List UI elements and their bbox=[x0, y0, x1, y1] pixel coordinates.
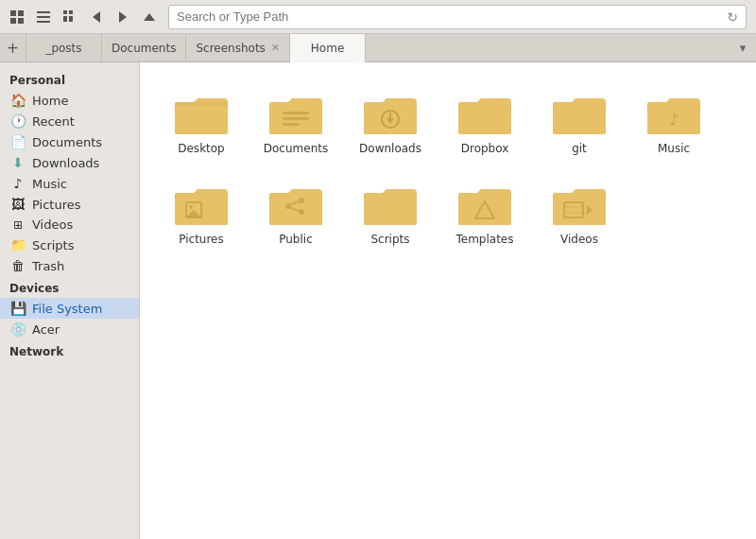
grid-view-button[interactable] bbox=[6, 6, 28, 28]
sidebar-item-documents[interactable]: 📄 Documents bbox=[0, 131, 139, 152]
videos-icon: ⊞ bbox=[9, 218, 26, 232]
pictures-icon: 🖼 bbox=[9, 197, 26, 212]
tab-posts[interactable]: _posts bbox=[26, 34, 102, 61]
up-button[interactable] bbox=[138, 6, 161, 28]
folder-public[interactable]: Public bbox=[253, 172, 338, 253]
svg-rect-31 bbox=[458, 106, 511, 134]
sidebar-item-downloads[interactable]: ⬇ Downloads bbox=[0, 152, 139, 173]
svg-rect-55 bbox=[553, 197, 606, 225]
sidebar-item-trash[interactable]: 🗑 Trash bbox=[0, 255, 139, 276]
back-button[interactable] bbox=[85, 6, 108, 28]
svg-rect-5 bbox=[37, 16, 50, 18]
home-icon: 🏠 bbox=[9, 93, 26, 108]
main-area: Personal 🏠 Home 🕐 Recent 📄 Documents ⬇ D… bbox=[0, 62, 756, 539]
folder-git-label: git bbox=[572, 142, 587, 155]
filesystem-icon: 💾 bbox=[9, 301, 26, 316]
sidebar-item-home[interactable]: 🏠 Home bbox=[0, 90, 139, 111]
sidebar-item-scripts[interactable]: 📁 Scripts bbox=[0, 235, 139, 255]
tab-home[interactable]: Home bbox=[290, 34, 366, 62]
folder-videos[interactable]: Videos bbox=[537, 172, 622, 253]
tab-history-button[interactable]: ▾ bbox=[730, 34, 756, 61]
music-icon: ♪ bbox=[9, 176, 26, 191]
svg-rect-8 bbox=[69, 10, 73, 14]
svg-point-46 bbox=[299, 209, 304, 215]
folder-pictures-label: Pictures bbox=[179, 233, 224, 246]
svg-rect-12 bbox=[69, 20, 73, 22]
svg-rect-7 bbox=[63, 10, 67, 14]
content-area: Desktop Documents bbox=[140, 62, 756, 539]
search-bar: ↻ bbox=[168, 5, 747, 29]
compact-view-button[interactable] bbox=[59, 6, 81, 28]
file-grid: Desktop Documents bbox=[159, 81, 737, 253]
list-view-button[interactable] bbox=[32, 6, 55, 28]
svg-rect-11 bbox=[63, 20, 67, 22]
svg-rect-2 bbox=[10, 18, 16, 24]
svg-marker-13 bbox=[93, 11, 100, 23]
add-tab-button[interactable]: + bbox=[0, 34, 26, 61]
svg-rect-1 bbox=[18, 10, 24, 16]
svg-rect-33 bbox=[553, 106, 606, 134]
toolbar: ↻ bbox=[0, 0, 756, 34]
folder-music[interactable]: ♪ Music bbox=[631, 81, 716, 163]
svg-rect-4 bbox=[37, 11, 50, 13]
folder-documents[interactable]: Documents bbox=[253, 81, 338, 163]
forward-button[interactable] bbox=[112, 6, 134, 28]
tab-spacer bbox=[366, 34, 730, 61]
svg-marker-15 bbox=[144, 13, 155, 21]
refresh-icon[interactable]: ↻ bbox=[727, 9, 738, 25]
svg-text:♪: ♪ bbox=[669, 111, 679, 129]
documents-icon: 📄 bbox=[9, 134, 26, 149]
folder-downloads-label: Downloads bbox=[359, 142, 421, 155]
svg-rect-6 bbox=[37, 21, 50, 23]
folder-public-label: Public bbox=[279, 233, 313, 246]
search-input[interactable] bbox=[177, 9, 727, 24]
folder-templates-label: Templates bbox=[455, 233, 513, 246]
folder-dropbox[interactable]: Dropbox bbox=[442, 81, 527, 163]
sidebar-item-filesystem[interactable]: 💾 File System bbox=[0, 298, 139, 319]
folder-desktop-label: Desktop bbox=[178, 142, 225, 155]
sidebar-item-videos[interactable]: ⊞ Videos bbox=[0, 215, 139, 235]
downloads-icon: ⬇ bbox=[9, 155, 26, 170]
folder-documents-label: Documents bbox=[264, 142, 328, 155]
close-tab-screenshots[interactable]: ✕ bbox=[271, 42, 280, 54]
svg-rect-22 bbox=[283, 112, 309, 114]
folder-videos-label: Videos bbox=[560, 233, 598, 246]
svg-rect-19 bbox=[175, 102, 228, 106]
trash-icon: 🗑 bbox=[9, 258, 26, 273]
folder-git[interactable]: git bbox=[537, 81, 622, 163]
acer-icon: 💿 bbox=[9, 322, 26, 337]
folder-scripts[interactable]: Scripts bbox=[348, 172, 433, 253]
network-section-label: Network bbox=[0, 339, 139, 361]
svg-marker-14 bbox=[119, 11, 127, 23]
folder-downloads[interactable]: Downloads bbox=[348, 81, 433, 163]
tab-documents[interactable]: Documents bbox=[102, 34, 186, 61]
sidebar-item-acer[interactable]: 💿 Acer bbox=[0, 319, 139, 339]
svg-point-44 bbox=[285, 203, 291, 209]
svg-point-45 bbox=[299, 198, 304, 203]
svg-rect-18 bbox=[175, 106, 228, 134]
svg-point-40 bbox=[189, 205, 193, 209]
folder-templates[interactable]: Templates bbox=[442, 172, 527, 253]
svg-rect-9 bbox=[63, 16, 67, 20]
folder-pictures[interactable]: Pictures bbox=[159, 172, 244, 253]
svg-rect-0 bbox=[10, 10, 16, 16]
personal-section-label: Personal bbox=[0, 68, 139, 90]
svg-rect-3 bbox=[18, 18, 24, 24]
folder-dropbox-label: Dropbox bbox=[461, 142, 509, 155]
svg-rect-10 bbox=[69, 16, 73, 20]
folder-desktop[interactable]: Desktop bbox=[159, 81, 244, 163]
svg-rect-43 bbox=[269, 197, 322, 225]
scripts-icon: 📁 bbox=[9, 237, 26, 252]
folder-scripts-label: Scripts bbox=[370, 233, 409, 246]
svg-rect-50 bbox=[364, 197, 417, 225]
tab-screenshots[interactable]: Screenshots ✕ bbox=[186, 34, 290, 61]
svg-rect-23 bbox=[283, 117, 309, 120]
sidebar-item-recent[interactable]: 🕐 Recent bbox=[0, 111, 139, 131]
tabs-bar: + _posts Documents Screenshots ✕ Home ▾ bbox=[0, 34, 756, 62]
sidebar-item-pictures[interactable]: 🖼 Pictures bbox=[0, 194, 139, 215]
devices-section-label: Devices bbox=[0, 276, 139, 298]
recent-icon: 🕐 bbox=[9, 113, 26, 129]
folder-music-label: Music bbox=[658, 142, 690, 155]
sidebar-item-music[interactable]: ♪ Music bbox=[0, 173, 139, 194]
svg-rect-24 bbox=[283, 123, 300, 126]
